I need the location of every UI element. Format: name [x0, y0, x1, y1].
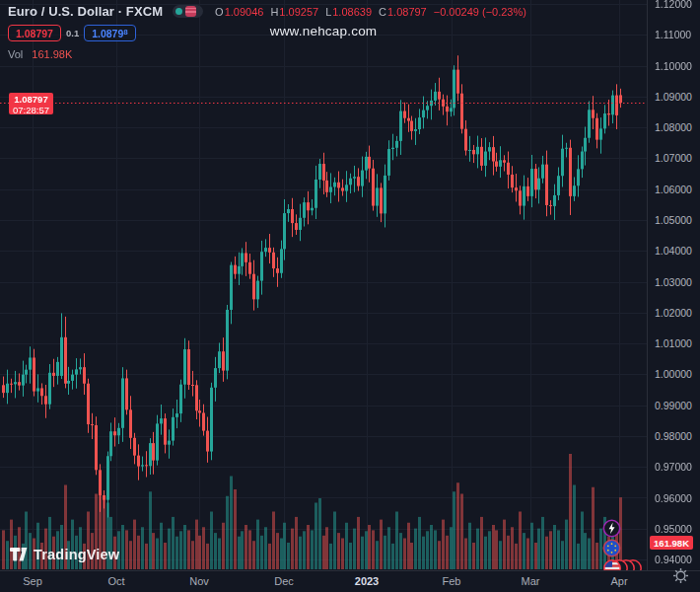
price-axis-label: 1.08000	[655, 121, 692, 133]
settings-gear-icon[interactable]	[672, 567, 689, 584]
price-axis-label: 1.11000	[655, 29, 691, 40]
chart-legend: Euro / U.S. Dollar · FXCM O1.09046 H1.09…	[8, 4, 526, 60]
tradingview-logo-text: TradingView	[34, 547, 119, 562]
bar-countdown: 07:28:57	[9, 105, 53, 115]
price-axis-label: 1.02000	[655, 307, 692, 319]
price-axis-label: 1.04000	[655, 245, 692, 257]
low-value: 1.08639	[332, 6, 372, 18]
spread-value: 0.1	[66, 28, 79, 38]
current-volume-badge: 161.98K	[650, 536, 693, 550]
close-value: 1.08797	[387, 6, 427, 18]
open-value: 1.09046	[225, 6, 264, 18]
price-axis-label: 0.98000	[655, 430, 692, 442]
high-label: H	[270, 6, 278, 18]
time-axis-label: Apr	[610, 571, 627, 592]
time-axis-label: 2023	[355, 571, 379, 592]
eu-flag-icon[interactable]	[602, 539, 621, 557]
price-axis-label: 1.10000	[655, 60, 692, 72]
buy-button[interactable]: 1.08798	[84, 25, 136, 41]
close-label: C	[379, 6, 386, 18]
price-axis-label: 1.07000	[655, 152, 692, 164]
current-price: 1.08797	[9, 94, 53, 105]
symbol-title[interactable]: Euro / U.S. Dollar · FXCM	[8, 4, 163, 19]
flag-list-icon	[185, 6, 196, 17]
buy-price-sup: 8	[123, 28, 127, 37]
price-axis[interactable]: 1.120001.110001.100001.090001.080001.070…	[647, 0, 700, 570]
idea-icons	[602, 519, 646, 578]
price-chart-canvas[interactable]	[0, 0, 647, 570]
volume-label: Vol	[8, 48, 23, 60]
change-value: −0.00249 (−0.23%)	[434, 6, 526, 18]
market-open-dot-icon	[175, 8, 182, 15]
time-axis-label: Mar	[522, 571, 540, 592]
volume-value: 161.98K	[32, 48, 72, 60]
price-axis-label: 1.00000	[655, 368, 692, 380]
ohlc-readout: O1.09046 H1.09257 L1.08639 C1.08797 −0.0…	[215, 6, 526, 18]
tradingview-glyph-icon	[10, 548, 28, 561]
price-axis-label: 1.03000	[655, 276, 692, 288]
sell-button[interactable]: 1.08797	[8, 25, 61, 41]
price-axis-label: 0.94000	[655, 554, 692, 565]
current-price-badge: 1.08797 07:28:57	[9, 93, 53, 114]
price-axis-label: 1.05000	[655, 214, 692, 226]
price-axis-label: 1.01000	[655, 337, 692, 349]
price-axis-label: 0.97000	[655, 461, 692, 473]
volume-readout: Vol 161.98K	[8, 48, 526, 60]
time-axis-label: Sep	[23, 571, 42, 592]
time-axis-label: Nov	[189, 571, 209, 592]
buy-price: 1.0879	[92, 28, 123, 39]
price-axis-label: 1.06000	[655, 184, 692, 195]
high-value: 1.09257	[279, 6, 318, 18]
price-axis-label: 1.12000	[655, 0, 692, 10]
lightning-idea-icon[interactable]	[602, 519, 621, 538]
price-axis-label: 0.99000	[655, 400, 692, 411]
market-status-toggle[interactable]	[173, 5, 203, 18]
time-axis[interactable]: SepOctNovDec2023FebMarApr	[0, 570, 700, 592]
price-axis-label: 0.96000	[655, 492, 692, 504]
low-label: L	[325, 6, 331, 18]
time-axis-label: Feb	[443, 571, 461, 592]
price-axis-label: 1.09000	[655, 91, 692, 103]
chart-window: www.nehcap.com Euro / U.S. Dollar · FXCM…	[0, 0, 700, 592]
time-axis-label: Oct	[107, 571, 124, 592]
time-axis-label: Dec	[274, 571, 294, 592]
open-label: O	[215, 6, 224, 18]
tradingview-logo[interactable]: TradingView	[10, 547, 119, 562]
price-axis-label: 0.95000	[655, 523, 692, 535]
